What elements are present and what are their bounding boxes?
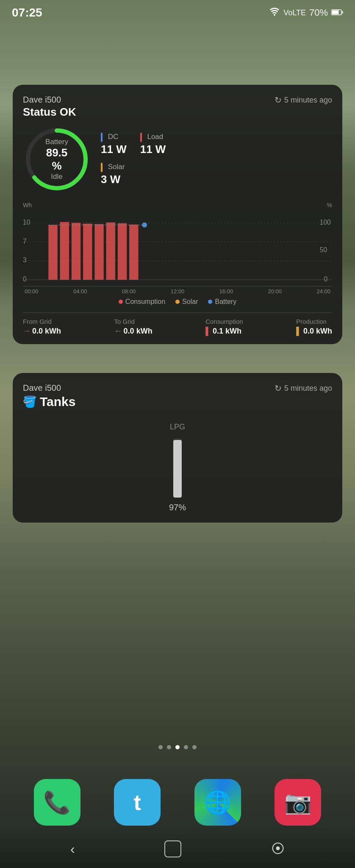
legend-battery: Battery bbox=[208, 298, 236, 306]
tanks-refresh-time: 5 minutes ago bbox=[284, 384, 332, 393]
page-dot-1[interactable] bbox=[158, 745, 163, 749]
app-edge[interactable]: 🌐 bbox=[194, 779, 241, 826]
widget-energy[interactable]: Dave i500 Status OK ↻ 5 minutes ago Batt… bbox=[13, 85, 342, 344]
page-dots bbox=[0, 745, 355, 749]
app-camera[interactable]: 📷 bbox=[275, 779, 321, 826]
tanks-icon: 🪣 bbox=[23, 395, 36, 409]
nav-recents-button[interactable]: ⦿ bbox=[271, 841, 285, 857]
grid-stat-to: To Grid ← 0.0 kWh bbox=[114, 318, 153, 336]
wifi-icon bbox=[269, 7, 280, 18]
widget-refresh: ↻ 5 minutes ago bbox=[275, 95, 332, 105]
stat-row-dc-load: DC 11 W Load 11 W bbox=[101, 133, 332, 156]
arrow-right-icon: → bbox=[23, 327, 31, 336]
stat-solar-value: 3 W bbox=[101, 173, 125, 186]
production-label: Production bbox=[296, 318, 332, 325]
chart-x-08: 08:00 bbox=[122, 288, 136, 295]
svg-text:10: 10 bbox=[23, 219, 31, 226]
nav-bar: ‹ ⦿ bbox=[0, 830, 355, 868]
widget-tanks-header: Dave i500 🪣 Tanks ↻ 5 minutes ago bbox=[23, 383, 332, 409]
page-dot-5[interactable] bbox=[192, 745, 197, 749]
app-dock: 📞 t 🌐 📷 bbox=[0, 779, 355, 826]
status-time: 07:25 bbox=[12, 6, 42, 19]
energy-main: Battery 89.5 % Idle DC 11 W Load bbox=[23, 125, 332, 193]
stat-dc: DC 11 W bbox=[101, 133, 127, 156]
svg-rect-2 bbox=[332, 11, 339, 14]
page-dot-3-active[interactable] bbox=[175, 745, 180, 749]
chart-x-20: 20:00 bbox=[268, 288, 282, 295]
production-value: ▌ 0.0 kWh bbox=[296, 327, 332, 336]
app-phone[interactable]: 📞 bbox=[34, 779, 80, 826]
nav-back-button[interactable]: ‹ bbox=[70, 841, 75, 857]
battery-percent: 70% bbox=[309, 7, 328, 18]
widget-tanks-device: Dave i500 🪣 Tanks bbox=[23, 383, 75, 409]
grid-stat-from: From Grid → 0.0 kWh bbox=[23, 318, 61, 336]
tanks-refresh-icon: ↻ bbox=[275, 383, 282, 393]
widget-device-name: Dave i500 bbox=[23, 95, 76, 105]
svg-rect-22 bbox=[106, 223, 115, 280]
phone-icon: 📞 bbox=[43, 790, 71, 815]
arrow-left-icon: ← bbox=[114, 327, 122, 336]
to-grid-label: To Grid bbox=[114, 318, 153, 325]
svg-text:3: 3 bbox=[23, 256, 27, 264]
nav-home-button[interactable] bbox=[164, 840, 181, 857]
widget-tanks-device-name: Dave i500 bbox=[23, 383, 75, 393]
chart-x-12: 12:00 bbox=[171, 288, 185, 295]
widget-energy-header: Dave i500 Status OK ↻ 5 minutes ago bbox=[23, 95, 332, 119]
legend-consumption-label: Consumption bbox=[125, 298, 165, 306]
chart-x-labels: 00:00 04:00 08:00 12:00 16:00 20:00 24:0… bbox=[23, 288, 332, 295]
page-dot-4[interactable] bbox=[184, 745, 188, 749]
battery-state: Idle bbox=[40, 172, 74, 181]
svg-rect-24 bbox=[129, 225, 138, 280]
lpg-label: LPG bbox=[170, 423, 185, 431]
widget-status: Status OK bbox=[23, 106, 76, 119]
from-grid-value: → 0.0 kWh bbox=[23, 327, 61, 336]
stat-solar: Solar 3 W bbox=[101, 163, 125, 186]
svg-rect-19 bbox=[72, 223, 80, 280]
status-bar: 07:25 VoLTE 70% bbox=[0, 0, 355, 25]
app-tumblr[interactable]: t bbox=[114, 779, 161, 826]
widget-tanks-refresh: ↻ 5 minutes ago bbox=[275, 383, 332, 393]
lpg-section: LPG 97% bbox=[23, 423, 332, 512]
chart-legend: Consumption Solar Battery bbox=[23, 298, 332, 306]
widget-device-info: Dave i500 Status OK bbox=[23, 95, 76, 119]
widget-tanks[interactable]: Dave i500 🪣 Tanks ↻ 5 minutes ago LPG 97… bbox=[13, 373, 342, 523]
svg-rect-17 bbox=[48, 225, 57, 280]
legend-battery-label: Battery bbox=[215, 298, 236, 306]
battery-label: Battery bbox=[40, 138, 74, 146]
svg-text:100: 100 bbox=[320, 219, 331, 226]
edge-icon: 🌐 bbox=[204, 790, 231, 815]
stat-load: Load 11 W bbox=[140, 133, 166, 156]
svg-text:50: 50 bbox=[320, 246, 327, 253]
camera-icon: 📷 bbox=[284, 790, 312, 815]
load-indicator bbox=[140, 133, 142, 142]
battery-icon bbox=[331, 7, 343, 18]
battery-circle-text: Battery 89.5 % Idle bbox=[40, 138, 74, 181]
tanks-title: 🪣 Tanks bbox=[23, 395, 75, 409]
svg-text:0: 0 bbox=[324, 275, 328, 283]
chart-x-16: 16:00 bbox=[219, 288, 233, 295]
grid-stat-consumption: Consumption ▌ 0.1 kWh bbox=[205, 318, 243, 336]
solar-indicator bbox=[101, 163, 103, 172]
refresh-icon: ↻ bbox=[275, 95, 282, 105]
legend-solar-dot bbox=[175, 300, 180, 304]
stat-solar-label: Solar bbox=[101, 163, 125, 172]
page-dot-2[interactable] bbox=[167, 745, 171, 749]
grid-stat-production: Production ▌ 0.0 kWh bbox=[296, 318, 332, 336]
from-grid-label: From Grid bbox=[23, 318, 61, 325]
svg-rect-20 bbox=[83, 224, 92, 280]
svg-point-0 bbox=[274, 14, 275, 16]
to-grid-value: ← 0.0 kWh bbox=[114, 327, 153, 336]
svg-text:0: 0 bbox=[23, 275, 27, 283]
tumblr-icon: t bbox=[134, 790, 141, 815]
svg-rect-23 bbox=[118, 223, 127, 280]
legend-consumption-dot bbox=[119, 300, 123, 304]
chart-y-right-label: % bbox=[327, 202, 332, 209]
stat-dc-label: DC bbox=[101, 133, 127, 142]
stat-dc-value: 11 W bbox=[101, 143, 127, 156]
chart-x-24: 24:00 bbox=[316, 288, 330, 295]
svg-text:7: 7 bbox=[23, 237, 27, 245]
chart-area: 10 7 3 0 100 50 0 bbox=[23, 210, 332, 287]
legend-consumption: Consumption bbox=[119, 298, 165, 306]
battery-percent-display: 89.5 % bbox=[40, 146, 74, 172]
stat-row-solar: Solar 3 W bbox=[101, 163, 332, 186]
